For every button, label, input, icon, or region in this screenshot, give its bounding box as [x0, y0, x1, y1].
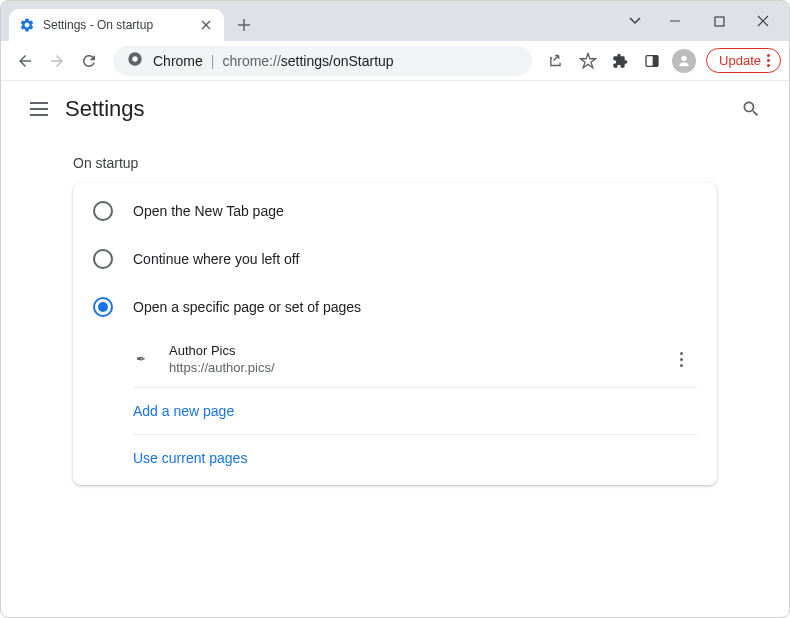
option-label: Continue where you left off: [133, 251, 299, 267]
use-current-pages-link[interactable]: Use current pages: [133, 450, 247, 466]
browser-titlebar: Settings - On startup: [1, 1, 789, 41]
forward-button[interactable]: [41, 45, 73, 77]
page-more-button[interactable]: [665, 343, 697, 375]
option-new-tab[interactable]: Open the New Tab page: [73, 187, 717, 235]
window-controls: [617, 1, 789, 41]
section-title: On startup: [73, 155, 717, 171]
bookmark-icon[interactable]: [572, 45, 604, 77]
chevron-down-icon[interactable]: [617, 5, 653, 37]
back-button[interactable]: [9, 45, 41, 77]
svg-point-5: [681, 55, 686, 60]
option-label: Open the New Tab page: [133, 203, 284, 219]
option-specific-pages[interactable]: Open a specific page or set of pages: [73, 283, 717, 331]
page-url: https://author.pics/: [169, 360, 665, 375]
omnibox-separator: |: [211, 53, 215, 69]
page-info: Author Pics https://author.pics/: [169, 343, 665, 375]
more-icon: [767, 54, 770, 67]
search-button[interactable]: [731, 89, 771, 129]
radio-icon: [93, 249, 113, 269]
radio-icon: [93, 201, 113, 221]
search-icon: [741, 99, 761, 119]
avatar-icon: [672, 49, 696, 73]
startup-page-row: ✒ Author Pics https://author.pics/: [133, 331, 697, 388]
radio-icon: [93, 297, 113, 317]
menu-button[interactable]: [19, 89, 59, 129]
reload-button[interactable]: [73, 45, 105, 77]
svg-rect-0: [715, 17, 724, 26]
close-window-button[interactable]: [741, 5, 785, 37]
browser-toolbar: Chrome | chrome://settings/onStartup Upd…: [1, 41, 789, 81]
svg-point-2: [132, 56, 137, 61]
extensions-icon[interactable]: [604, 45, 636, 77]
add-page-row: Add a new page: [133, 388, 697, 435]
update-button[interactable]: Update: [706, 48, 781, 73]
startup-card: Open the New Tab page Continue where you…: [73, 183, 717, 485]
option-label: Open a specific page or set of pages: [133, 299, 361, 315]
profile-button[interactable]: [668, 45, 700, 77]
use-current-row: Use current pages: [133, 435, 697, 481]
update-label: Update: [719, 53, 761, 68]
omnibox-url-host: chrome://: [222, 53, 280, 69]
tab-title: Settings - On startup: [43, 18, 198, 32]
more-vertical-icon: [680, 352, 683, 367]
svg-rect-4: [653, 55, 658, 66]
maximize-button[interactable]: [697, 5, 741, 37]
address-bar[interactable]: Chrome | chrome://settings/onStartup: [113, 46, 532, 76]
omnibox-prefix: Chrome: [153, 53, 203, 69]
new-tab-button[interactable]: [230, 11, 258, 39]
omnibox-url-path: settings/onStartup: [281, 53, 394, 69]
share-icon[interactable]: [540, 45, 572, 77]
add-page-link[interactable]: Add a new page: [133, 403, 234, 419]
settings-content: On startup Open the New Tab page Continu…: [1, 137, 789, 495]
browser-tab[interactable]: Settings - On startup: [9, 9, 224, 41]
minimize-button[interactable]: [653, 5, 697, 37]
sidepanel-icon[interactable]: [636, 45, 668, 77]
page-title: Settings: [65, 96, 145, 122]
gear-icon: [19, 17, 35, 33]
page-name: Author Pics: [169, 343, 665, 358]
page-favicon-icon: ✒: [133, 351, 149, 367]
close-icon[interactable]: [198, 17, 214, 33]
settings-header: Settings: [1, 81, 789, 137]
chrome-logo-icon: [127, 51, 143, 70]
hamburger-icon: [30, 102, 48, 116]
option-continue[interactable]: Continue where you left off: [73, 235, 717, 283]
pages-subsection: ✒ Author Pics https://author.pics/ Add a…: [133, 331, 697, 481]
